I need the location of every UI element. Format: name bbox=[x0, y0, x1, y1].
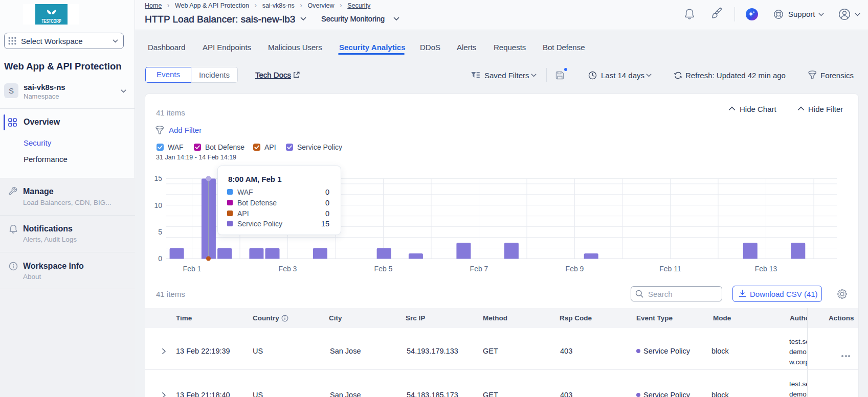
svg-text:15: 15 bbox=[154, 174, 162, 182]
svg-text:Feb 9: Feb 9 bbox=[566, 265, 584, 273]
svg-text:Feb 5: Feb 5 bbox=[374, 265, 393, 273]
svg-text:Feb 13: Feb 13 bbox=[755, 265, 777, 273]
svg-text:Feb 7: Feb 7 bbox=[470, 265, 488, 273]
svg-text:10: 10 bbox=[154, 201, 162, 209]
svg-text:Feb 1: Feb 1 bbox=[183, 265, 202, 273]
svg-text:Feb 11: Feb 11 bbox=[659, 265, 681, 273]
svg-text:TESTCORP: TESTCORP bbox=[42, 18, 61, 24]
svg-text:5: 5 bbox=[158, 228, 162, 236]
svg-text:0: 0 bbox=[158, 254, 162, 263]
svg-text:Feb 3: Feb 3 bbox=[279, 265, 297, 273]
